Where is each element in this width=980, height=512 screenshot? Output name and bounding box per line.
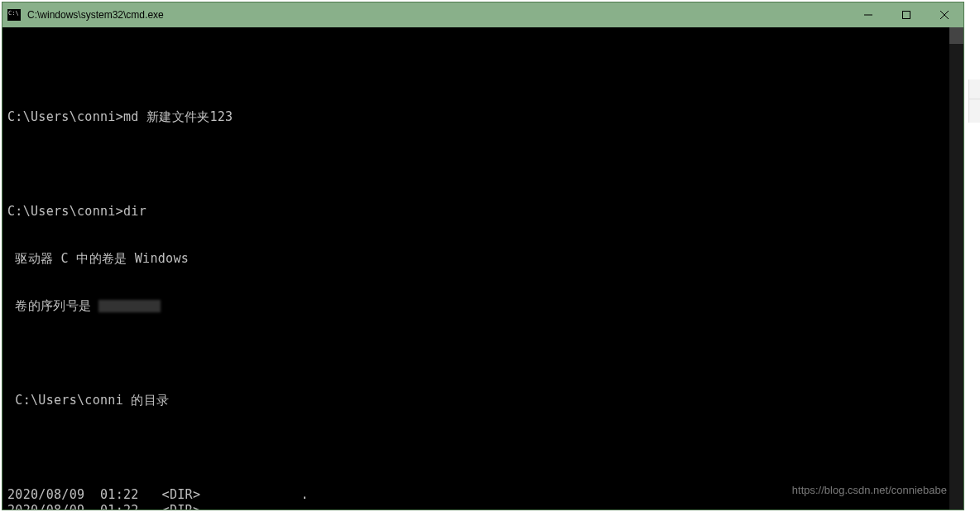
prompt-line: C:\Users\conni>dir (7, 204, 958, 220)
maximize-button[interactable] (887, 2, 925, 27)
side-panel-sliver (968, 80, 980, 123)
cmd-window: C:\windows\system32\cmd.exe C:\Users\con… (2, 2, 964, 510)
prompt-path: C:\Users\conni> (7, 109, 123, 124)
prompt-line: C:\Users\conni>md 新建文件夹123 (7, 109, 958, 125)
window-title: C:\windows\system32\cmd.exe (27, 9, 164, 21)
scroll-thumb[interactable] (949, 27, 963, 44)
window-controls (849, 2, 963, 27)
minimize-button[interactable] (849, 2, 887, 27)
drive-info: 驱动器 C 中的卷是 Windows (7, 251, 958, 267)
blank-line (7, 62, 958, 78)
command-text: dir (123, 204, 147, 219)
dir-entry: 2020/08/09 01:22 <DIR> .. (7, 503, 958, 510)
command-text: md 新建文件夹123 (123, 109, 233, 124)
blank-line (7, 440, 958, 456)
close-button[interactable] (925, 2, 963, 27)
watermark: https://blog.csdn.net/conniebabe (792, 484, 947, 496)
prompt-path: C:\Users\conni> (7, 204, 123, 219)
dir-header: C:\Users\conni 的目录 (7, 393, 958, 408)
serial-line: 卷的序列号是 (7, 298, 958, 314)
scrollbar[interactable] (949, 27, 963, 510)
cmd-icon (7, 9, 21, 21)
blank-line (7, 345, 958, 361)
terminal-output[interactable]: C:\Users\conni>md 新建文件夹123 C:\Users\conn… (2, 27, 963, 510)
redacted-serial (98, 300, 161, 312)
titlebar[interactable]: C:\windows\system32\cmd.exe (2, 2, 963, 27)
svg-rect-1 (903, 12, 910, 19)
blank-line (7, 157, 958, 172)
